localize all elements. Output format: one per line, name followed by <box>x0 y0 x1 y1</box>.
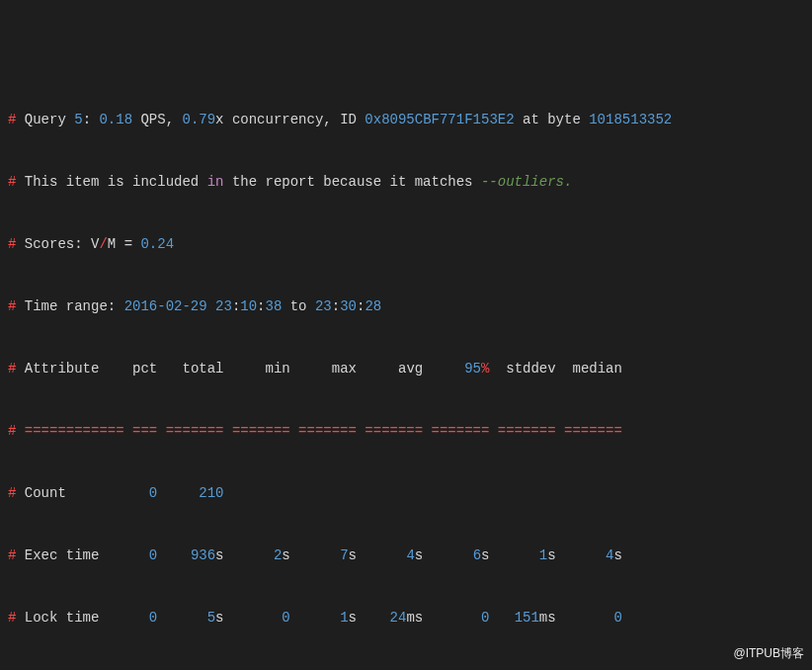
included-post: the report because it matches <box>232 174 473 190</box>
hash-mark: # <box>8 174 16 190</box>
in-keyword: in <box>207 174 224 190</box>
std: 1 <box>539 547 547 563</box>
sep: ======= <box>166 423 224 439</box>
row-name: Exec time <box>25 547 100 563</box>
outliers-flag: --outliers. <box>481 174 572 190</box>
included-pre: This item is included <box>25 174 199 190</box>
total: 210 <box>199 485 223 501</box>
row-count: # Count 0 210 <box>8 483 804 504</box>
col-attribute: Attribute <box>25 361 100 377</box>
row-name: Count <box>25 485 66 501</box>
sep: ======= <box>365 423 423 439</box>
total: 936 <box>191 547 215 563</box>
row-exec-time: # Exec time 0 936s 2s 7s 4s 6s 1s 4s <box>8 545 804 566</box>
at-byte-label: at byte <box>523 112 581 127</box>
p95: 0 <box>481 610 489 626</box>
sep: ======= <box>564 423 622 439</box>
col-avg: avg <box>398 361 423 377</box>
concurrency-x: x <box>215 112 223 127</box>
date: 2016-02-29 <box>124 298 207 314</box>
med: 4 <box>606 547 613 563</box>
sep: ======= <box>432 423 490 439</box>
hash-mark: # <box>8 361 16 377</box>
byte-offset: 1018513352 <box>589 112 672 127</box>
scores-value: 0.24 <box>140 236 174 252</box>
sep: ======= <box>232 423 290 439</box>
hash-mark: # <box>8 485 16 501</box>
slash: / <box>99 236 107 252</box>
max: 1 <box>340 610 348 626</box>
time-range-line: # Time range: 2016-02-29 23:10:38 to 23:… <box>8 296 804 317</box>
to-label: to <box>290 298 307 314</box>
row-name: Lock time <box>25 610 100 626</box>
col-95-num: 95 <box>464 361 481 377</box>
avg: 4 <box>406 547 414 563</box>
scores-m-eq: M = <box>108 236 132 252</box>
col-pct: pct <box>132 361 157 377</box>
row-lock-time: # Lock time 0 5s 0 1s 24ms 0 151ms 0 <box>8 608 804 628</box>
hash-mark: # <box>8 547 16 563</box>
m2: 30 <box>340 298 357 314</box>
pct: 0 <box>149 610 157 626</box>
pct: 0 <box>149 547 157 563</box>
watermark: @ITPUB博客 <box>733 643 804 664</box>
s2: 28 <box>365 298 381 314</box>
col-95-pct: % <box>481 361 489 377</box>
hash-mark: # <box>8 298 16 314</box>
h1: 23 <box>215 298 232 314</box>
col-min: min <box>266 361 290 377</box>
sep: ============ <box>25 423 124 439</box>
query-index: 5 <box>74 112 82 127</box>
max: 7 <box>340 547 348 563</box>
time-range-label: Time range: <box>25 298 116 314</box>
id-label: ID <box>340 112 357 127</box>
s1: 38 <box>266 298 283 314</box>
query-header-line: # Query 5: 0.18 QPS, 0.79x concurrency, … <box>8 110 804 130</box>
concurrency-label: concurrency, <box>232 112 332 127</box>
scores-label: Scores: V <box>25 236 100 252</box>
qps-label: QPS, <box>140 112 174 127</box>
separator-line: # ============ === ======= ======= =====… <box>8 421 804 442</box>
included-line: # This item is included in the report be… <box>8 172 804 193</box>
p95: 6 <box>473 547 481 563</box>
hash-mark: # <box>8 112 16 127</box>
sep: === <box>132 423 157 439</box>
query-id: 0x8095CBF771F153E2 <box>365 112 514 127</box>
avg: 24 <box>390 610 407 626</box>
pct: 0 <box>149 485 157 501</box>
std: 151 <box>515 610 539 626</box>
h2: 23 <box>315 298 332 314</box>
hash-mark: # <box>8 610 16 626</box>
concurrency-value: 0.79 <box>182 112 215 127</box>
qps-value: 0.18 <box>99 112 132 127</box>
col-max: max <box>332 361 357 377</box>
total: 5 <box>207 610 215 626</box>
min: 0 <box>282 610 289 626</box>
query-label: Query <box>25 112 66 127</box>
scores-line: # Scores: V/M = 0.24 <box>8 234 804 255</box>
sep: ======= <box>498 423 556 439</box>
hash-mark: # <box>8 423 16 439</box>
table-header-line: # Attribute pct total min max avg 95% st… <box>8 359 804 379</box>
med: 0 <box>613 610 621 626</box>
sep: ======= <box>298 423 357 439</box>
col-median: median <box>572 361 621 377</box>
m1: 10 <box>240 298 257 314</box>
hash-mark: # <box>8 236 16 252</box>
col-total: total <box>182 361 223 377</box>
col-stddev: stddev <box>506 361 555 377</box>
